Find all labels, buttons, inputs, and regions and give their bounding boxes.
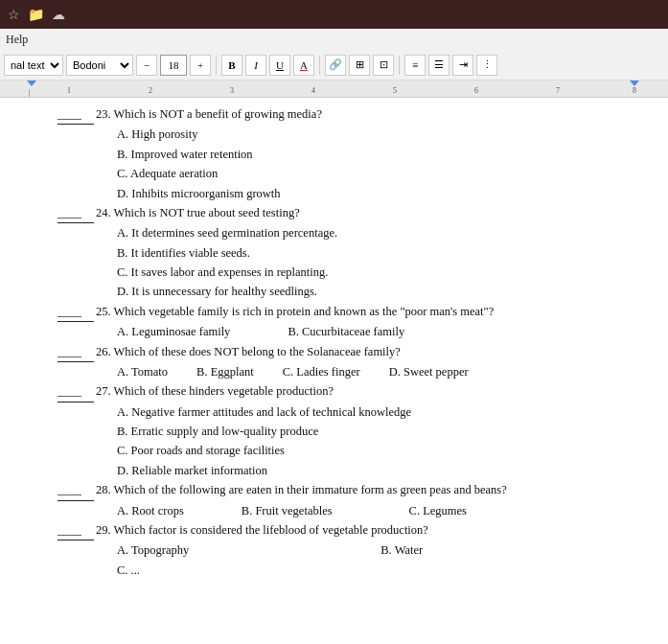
toolbar: nal text Bodoni − 18 + B I U A 🔗 ⊞ ⊡ ≡ ☰… (0, 50, 668, 80)
blank-23: ____ (58, 105, 94, 125)
font-size-value: 18 (169, 59, 179, 71)
choices-26: A. Tomato B. Eggplant C. Ladies finger D… (58, 363, 630, 381)
choice-24-d: D. It is unnecessary for healthy seedlin… (58, 283, 630, 301)
question-27-line: ____ 27. Which of these hinders vegetabl… (58, 382, 630, 402)
indent-icon[interactable]: ⇥ (452, 55, 473, 76)
choice-26-c: C. Ladies finger (283, 363, 360, 381)
question-27-text: 27. Which of these hinders vegetable pro… (96, 382, 630, 402)
choice-26-b: B. Eggplant (196, 363, 254, 381)
list-icon[interactable]: ☰ (428, 55, 449, 76)
question-26-line: ____ 26. Which of these does NOT belong … (58, 343, 630, 362)
bold-btn[interactable]: B (221, 55, 242, 76)
blank-29: ____ (58, 521, 94, 540)
choices-29: A. Topography B. Water (58, 541, 630, 560)
link-icon[interactable]: 🔗 (325, 55, 346, 76)
ruler-mark-2: 2 (149, 86, 152, 95)
question-29-line: ____ 29. Which factor is considered the … (58, 521, 630, 540)
choice-23-b: B. Improved water retention (58, 146, 630, 164)
title-bar-icons: ☆ 📁 ☁ (8, 7, 65, 23)
blank-26: ____ (58, 343, 94, 362)
choice-23-c: C. Adequate aeration (58, 165, 630, 183)
image-icon[interactable]: ⊞ (349, 55, 370, 76)
ruler: 1 2 3 4 5 6 7 8 (0, 80, 668, 98)
align-icon[interactable]: ≡ (404, 55, 426, 76)
question-24-text: 24. Which is NOT true about seed testing… (96, 204, 630, 223)
question-28-line: ____ 28. Which of the following are eate… (58, 481, 630, 500)
choice-29-a: A. Topography (117, 541, 189, 560)
folder-icon[interactable]: 📁 (28, 7, 44, 23)
ruler-inner: 1 2 3 4 5 6 7 8 (0, 80, 668, 97)
question-23-text: 23. Which is NOT a benefit of growing me… (96, 105, 630, 125)
divider-1 (216, 56, 217, 75)
choice-28-b: B. Fruit vegetables (242, 502, 333, 520)
help-menu-bar: Help (0, 29, 668, 50)
cloud-icon[interactable]: ☁ (52, 7, 65, 23)
ruler-mark-6: 6 (474, 86, 478, 95)
ruler-mark-4: 4 (311, 86, 315, 95)
choices-25: A. Leguminosae family B. Cucurbitaceae f… (58, 323, 630, 341)
plus-btn[interactable]: + (190, 55, 211, 76)
choice-23-a: A. High porosity (58, 126, 630, 144)
blank-27: ____ (58, 382, 94, 402)
ruler-mark-7: 7 (556, 86, 560, 95)
partial-line: C. ... (58, 562, 630, 580)
question-26-text: 26. Which of these does NOT belong to th… (96, 343, 630, 362)
choice-29-b: B. Water (380, 541, 423, 560)
ruler-mark-1: 1 (67, 86, 71, 95)
choice-25-a: A. Leguminosae family (117, 323, 230, 341)
choice-28-a: A. Root crops (117, 502, 184, 520)
font-select[interactable]: Bodoni (66, 55, 133, 76)
choice-23-d: D. Inhibits microorganism growth (58, 185, 630, 203)
choice-27-a: A. Negative farmer attitudes and lack of… (58, 403, 630, 422)
italic-btn[interactable]: I (245, 55, 266, 76)
choice-26-d: D. Sweet pepper (389, 363, 469, 381)
choice-27-d: D. Reliable market information (58, 462, 630, 480)
more-icon[interactable]: ⋮ (476, 55, 497, 76)
choice-27-b: B. Erratic supply and low-quality produc… (58, 423, 630, 441)
font-size-box: 18 (160, 55, 187, 76)
question-24-line: ____ 24. Which is NOT true about seed te… (58, 204, 630, 223)
divider-3 (399, 56, 400, 75)
blank-28: ____ (58, 481, 94, 500)
question-25-text: 25. Which vegetable family is rich in pr… (96, 303, 630, 322)
ruler-right-marker (630, 80, 639, 86)
star-icon[interactable]: ☆ (8, 7, 20, 23)
choice-25-b: B. Cucurbitaceae family (288, 323, 404, 341)
choices-28: A. Root crops B. Fruit vegetables C. Leg… (58, 502, 630, 520)
choice-24-a: A. It determines seed germination percen… (58, 224, 630, 242)
title-bar: ☆ 📁 ☁ (0, 0, 668, 29)
ruler-tab-marker (27, 80, 36, 86)
choice-26-a: A. Tomato (117, 363, 168, 381)
question-29-text: 29. Which factor is considered the lifeb… (96, 521, 630, 540)
ruler-marker-left (29, 89, 30, 97)
question-28-text: 28. Which of the following are eaten in … (96, 481, 630, 500)
ruler-mark-8: 8 (633, 86, 636, 95)
color-btn[interactable]: A (293, 55, 314, 76)
choice-24-c: C. It saves labor and expenses in replan… (58, 264, 630, 282)
blank-24: ____ (58, 204, 94, 223)
ruler-mark-5: 5 (393, 86, 397, 95)
minus-btn[interactable]: − (136, 55, 157, 76)
style-select[interactable]: nal text (4, 55, 63, 76)
table-icon[interactable]: ⊡ (373, 55, 394, 76)
choice-28-c: C. Legumes (409, 502, 467, 520)
choice-27-c: C. Poor roads and storage facilities (58, 442, 630, 460)
blank-25: ____ (58, 303, 94, 322)
ruler-mark-3: 3 (230, 86, 234, 95)
help-menu-item[interactable]: Help (6, 33, 28, 47)
document-area: ____ 23. Which is NOT a benefit of growi… (0, 98, 668, 644)
divider-2 (319, 56, 320, 75)
question-25-line: ____ 25. Which vegetable family is rich … (58, 303, 630, 322)
choice-24-b: B. It identifies viable seeds. (58, 244, 630, 263)
question-23-line: ____ 23. Which is NOT a benefit of growi… (58, 105, 630, 125)
underline-btn[interactable]: U (269, 55, 290, 76)
